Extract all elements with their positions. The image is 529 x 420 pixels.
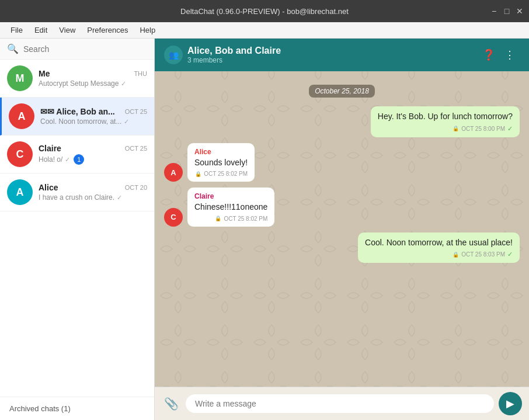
lock-icon-2: 🔒 (195, 171, 201, 177)
messages-area[interactable]: October 25, 2018 Hey. It's Bob. Up for l… (155, 71, 529, 387)
bubble-meta-3: 🔒 OCT 25 8:02 PM (194, 216, 267, 222)
avatar-me: M (7, 65, 33, 91)
bubble-sender-3: Claire (194, 192, 267, 200)
chat-preview-alice: I have a crush on Claire. (39, 193, 114, 202)
badge-claire: 1 (74, 154, 84, 165)
avatar-group: A (9, 103, 34, 129)
bubble-4: Cool. Noon tomorrow, at the usual place!… (358, 232, 520, 263)
bubble-3: Claire Chinese!!!11oneone 🔒 OCT 25 8:02 … (187, 188, 274, 227)
menu-help[interactable]: Help (134, 23, 161, 37)
bubble-text-3: Chinese!!!11oneone (194, 202, 267, 213)
close-button[interactable]: ✕ (515, 6, 524, 16)
chat-info-group: ✉✉ Alice, Bob an... OCT 25 Cool. Noon to… (40, 107, 147, 126)
bubble-text-2: Sounds lovely! (194, 157, 248, 169)
chat-item-me[interactable]: M Me THU Autocrypt Setup Message ✓ (0, 60, 154, 98)
window-controls: − □ ✕ (489, 6, 524, 16)
avatar-claire: C (7, 141, 33, 167)
contact-request-button[interactable]: ❓ (478, 46, 500, 64)
message-row-2: A Alice Sounds lovely! 🔒 OCT 25 8:02 PM (164, 143, 520, 182)
chat-name-group: ✉✉ Alice, Bob an... (40, 107, 115, 116)
send-icon: ▶ (506, 397, 514, 410)
check-icon-group: ✓ (124, 118, 129, 126)
chat-preview-claire: Hola! o/ (39, 155, 62, 164)
bubble-meta-4: 🔒 OCT 25 8:03 PM ✓ (365, 251, 513, 258)
bubble-time-2: OCT 25 8:02 PM (204, 171, 248, 177)
bubble-2: Alice Sounds lovely! 🔒 OCT 25 8:02 PM (187, 143, 255, 182)
chat-preview-group: Cool. Noon tomorrow, at... (40, 117, 121, 126)
message-row-3: C Claire Chinese!!!11oneone 🔒 OCT 25 8:0… (164, 188, 520, 227)
archived-label: Archived chats (1) (9, 404, 71, 413)
menu-edit[interactable]: Edit (29, 23, 53, 37)
search-bar: 🔍 (0, 39, 154, 60)
bubble-meta-2: 🔒 OCT 25 8:02 PM (194, 171, 248, 177)
main-layout: 🔍 M Me THU Autocrypt Setup Message ✓ (0, 39, 529, 420)
chat-name-alice: Alice (39, 183, 58, 192)
group-avatar-icon: 👥 (164, 46, 183, 64)
bubble-time-1: OCT 25 8:00 PM (461, 126, 505, 132)
check-icon-claire: ✓ (65, 156, 70, 164)
chat-header-info: Alice, Bob and Claire 3 members (187, 46, 478, 64)
bubble-meta-1: 🔒 OCT 25 8:00 PM ✓ (378, 125, 513, 133)
maximize-button[interactable]: □ (502, 6, 511, 16)
chat-name-claire: Claire (39, 144, 61, 153)
send-button[interactable]: ▶ (499, 392, 522, 415)
chat-time-claire: OCT 25 (125, 145, 147, 152)
lock-icon-3: 🔒 (215, 216, 221, 221)
msg-avatar-alice-1: A (164, 163, 183, 182)
msg-avatar-claire-1: C (164, 208, 183, 227)
message-input-bar: 📎 ▶ (155, 387, 529, 420)
chat-info-me: Me THU Autocrypt Setup Message ✓ (39, 69, 147, 88)
chat-header: 👥 Alice, Bob and Claire 3 members ❓ ⋮ (155, 39, 529, 71)
chat-time-alice: OCT 20 (125, 184, 147, 191)
chat-time-group: OCT 25 (125, 108, 147, 115)
bubble-time-3: OCT 25 8:02 PM (224, 216, 267, 222)
check-icon-me: ✓ (121, 80, 126, 88)
bubble-sender-2: Alice (194, 148, 248, 156)
chat-preview-me: Autocrypt Setup Message (39, 79, 119, 88)
chat-info-claire: Claire OCT 25 Hola! o/ ✓ 1 (39, 144, 147, 165)
lock-icon-1: 🔒 (453, 126, 459, 131)
more-options-button[interactable]: ⋮ (500, 46, 520, 64)
message-input[interactable] (186, 394, 494, 413)
chat-item-alice[interactable]: A Alice OCT 20 I have a crush on Claire.… (0, 173, 154, 211)
search-input[interactable] (23, 44, 147, 54)
chat-item-group[interactable]: A ✉✉ Alice, Bob an... OCT 25 Cool. Noon … (0, 98, 154, 136)
chat-list: M Me THU Autocrypt Setup Message ✓ A (0, 60, 154, 397)
title-bar: DeltaChat (0.96.0-PREVIEW) - bob@librech… (0, 0, 529, 22)
menu-view[interactable]: View (53, 23, 81, 37)
chat-header-name: Alice, Bob and Claire (187, 46, 478, 56)
chat-panel: 👥 Alice, Bob and Claire 3 members ❓ ⋮ Oc… (155, 39, 529, 420)
date-divider: October 25, 2018 (164, 85, 520, 96)
message-row-4: Cool. Noon tomorrow, at the usual place!… (164, 232, 520, 263)
search-icon: 🔍 (7, 43, 19, 54)
archived-chats[interactable]: Archived chats (1) (0, 397, 154, 420)
menu-bar: File Edit View Preferences Help (0, 22, 529, 39)
message-row-1: Hey. It's Bob. Up for lunch tomorrow? 🔒 … (164, 106, 520, 137)
date-divider-text: October 25, 2018 (309, 85, 375, 98)
bubble-text-1: Hey. It's Bob. Up for lunch tomorrow? (378, 111, 513, 123)
check-mark-4: ✓ (507, 251, 513, 258)
chat-name-me: Me (39, 69, 50, 78)
chat-time-me: THU (134, 70, 147, 77)
chat-header-members: 3 members (187, 56, 478, 64)
bubble-1: Hey. It's Bob. Up for lunch tomorrow? 🔒 … (371, 106, 520, 137)
menu-preferences[interactable]: Preferences (81, 23, 134, 37)
chat-info-alice: Alice OCT 20 I have a crush on Claire. ✓ (39, 183, 147, 202)
bubble-time-4: OCT 25 8:03 PM (461, 251, 505, 258)
check-icon-alice: ✓ (117, 194, 122, 202)
window-title: DeltaChat (0.96.0-PREVIEW) - bob@librech… (40, 7, 489, 16)
minimize-button[interactable]: − (489, 6, 499, 16)
attach-button[interactable]: 📎 (162, 394, 181, 413)
check-mark-1: ✓ (507, 125, 513, 133)
bubble-text-4: Cool. Noon tomorrow, at the usual place! (365, 237, 513, 249)
sidebar: 🔍 M Me THU Autocrypt Setup Message ✓ (0, 39, 155, 420)
lock-icon-4: 🔒 (453, 252, 459, 258)
menu-file[interactable]: File (5, 23, 29, 37)
avatar-alice: A (7, 179, 33, 205)
chat-item-claire[interactable]: C Claire OCT 25 Hola! o/ ✓ 1 (0, 136, 154, 173)
